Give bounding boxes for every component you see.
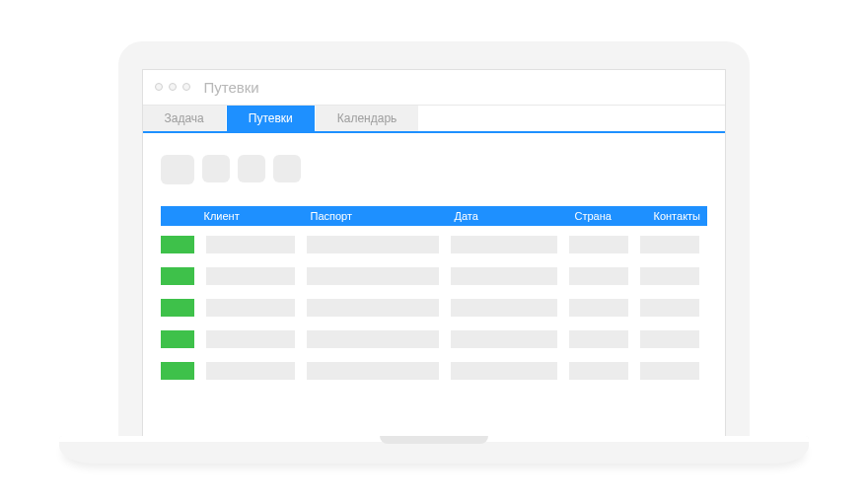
cell-country	[569, 267, 628, 285]
cell-date	[451, 299, 557, 317]
status-badge	[161, 267, 194, 285]
cell-date	[451, 330, 557, 348]
cell-country	[569, 299, 628, 317]
table-row[interactable]	[161, 330, 707, 348]
laptop-mockup: Путевки Задача Путевки Календарь	[59, 41, 809, 464]
cell-client	[206, 362, 295, 380]
tab-bar: Задача Путевки Календарь	[143, 106, 725, 133]
table-header: Клиент Паспорт Дата Страна Контакты	[161, 206, 707, 226]
tab-vouchers[interactable]: Путевки	[227, 106, 315, 131]
laptop-screen: Путевки Задача Путевки Календарь	[118, 41, 750, 436]
cell-passport	[307, 236, 439, 253]
cell-contacts	[640, 299, 699, 317]
table-row[interactable]	[161, 362, 707, 380]
cell-passport	[307, 267, 439, 285]
close-icon[interactable]	[155, 83, 163, 91]
content-area: Клиент Паспорт Дата Страна Контакты	[143, 133, 725, 436]
cell-contacts	[640, 362, 699, 380]
cell-country	[569, 362, 628, 380]
cell-passport	[307, 330, 439, 348]
table-row[interactable]	[161, 236, 707, 253]
cell-passport	[307, 362, 439, 380]
cell-client	[206, 299, 295, 317]
cell-client	[206, 236, 295, 253]
toolbar-button-4[interactable]	[273, 155, 301, 182]
app-window: Путевки Задача Путевки Календарь	[142, 69, 726, 436]
traffic-lights	[155, 83, 190, 91]
cell-date	[451, 267, 557, 285]
window-title: Путевки	[204, 79, 259, 96]
toolbar	[161, 155, 707, 184]
status-badge	[161, 362, 194, 380]
tab-label: Задача	[165, 111, 204, 125]
status-badge	[161, 330, 194, 348]
status-badge	[161, 236, 194, 253]
status-badge	[161, 299, 194, 317]
cell-contacts	[640, 236, 699, 253]
cell-country	[569, 236, 628, 253]
th-client: Клиент	[204, 210, 311, 222]
tab-label: Путевки	[249, 111, 293, 125]
cell-passport	[307, 299, 439, 317]
cell-client	[206, 330, 295, 348]
table-row[interactable]	[161, 299, 707, 317]
th-passport: Паспорт	[311, 210, 455, 222]
cell-date	[451, 362, 557, 380]
th-date: Дата	[455, 210, 575, 222]
table-body	[161, 236, 707, 380]
th-contacts: Контакты	[654, 210, 707, 222]
maximize-icon[interactable]	[182, 83, 190, 91]
toolbar-button-3[interactable]	[238, 155, 265, 182]
toolbar-button-2[interactable]	[202, 155, 230, 182]
tab-calendar[interactable]: Календарь	[316, 106, 419, 131]
tab-label: Календарь	[337, 111, 397, 125]
cell-country	[569, 330, 628, 348]
laptop-base	[59, 436, 809, 464]
toolbar-button-1[interactable]	[161, 155, 194, 184]
tab-task[interactable]: Задача	[143, 106, 226, 131]
table-row[interactable]	[161, 267, 707, 285]
th-country: Страна	[575, 210, 654, 222]
cell-contacts	[640, 330, 699, 348]
cell-date	[451, 236, 557, 253]
window-titlebar: Путевки	[143, 70, 725, 106]
cell-contacts	[640, 267, 699, 285]
cell-client	[206, 267, 295, 285]
minimize-icon[interactable]	[169, 83, 177, 91]
